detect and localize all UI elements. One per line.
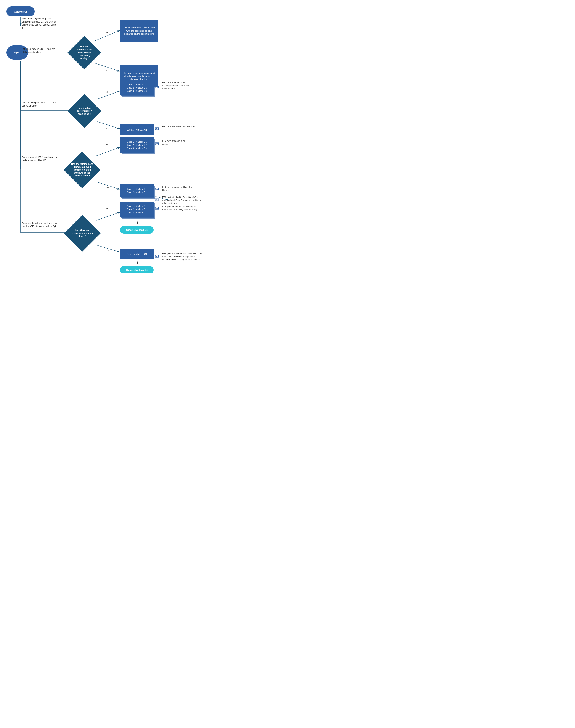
arrows-svg — [4, 4, 212, 268]
customer-shape: Customer — [6, 6, 35, 17]
email-icon-yes2: ✉ — [155, 126, 159, 132]
diamond2: Has timeline customization been done ? — [67, 94, 101, 128]
d1-yes-label: Yes — [106, 70, 109, 73]
email-icon-yes4: ✉ — [155, 254, 159, 259]
d4-yes-label: Yes — [106, 249, 109, 252]
svg-line-16 — [96, 212, 120, 220]
anno-er1-no: ER1 gets attached to all existing and ne… — [162, 81, 193, 90]
d2-no-label: No — [106, 91, 108, 94]
diamond2-label: Has timeline customization been done ? — [72, 99, 96, 123]
d4-no-label: No — [106, 207, 108, 210]
d1-no-label: No — [106, 31, 108, 34]
yes-result2: Case 1 - Mailbox Q1 — [120, 124, 154, 135]
stacked-no3: Case 1 - Mailbox Q1Case 2 - Mailbox Q2Ca… — [120, 139, 154, 157]
anno-ef1-yes: EF1 gets associated with only Case 1 (as… — [162, 252, 203, 261]
email-icon-no2: ✉ — [155, 85, 159, 90]
d3-yes-label: Yes — [106, 186, 109, 189]
anno-forwards: Forwards the original email from case 1 … — [22, 222, 63, 228]
diamond1: Has the administrator enabled the OrgDBO… — [67, 36, 101, 69]
svg-line-8 — [97, 91, 120, 99]
stacked-no2: Case 1 - Mailbox Q1Case 2 - Mailbox Q2Ca… — [120, 82, 154, 99]
email-icon-no4: ✉ — [155, 205, 159, 211]
plus-yes4: + — [134, 260, 141, 266]
diamond4: Has timeline customization been done ? — [64, 215, 101, 252]
anno-initiates: Initiates a new email (E1) from any of t… — [22, 48, 57, 54]
yes-result4: Case 1 - Mailbox Q1 — [120, 249, 154, 259]
diamond3: Has the related case 3 been removed from… — [64, 152, 101, 188]
anno-er1-yes: ER1 gets associated to Case 1 only — [162, 125, 197, 128]
anno-replies: Replies to original email (ER1) from cas… — [22, 101, 57, 107]
anno-ef1-no: EF1 gets attached to all existing and ne… — [162, 205, 198, 211]
d3-no-label: No — [106, 143, 108, 146]
anno-new-email: New email (E1) sent to queue-enabled mai… — [22, 17, 57, 29]
anno-does-reply: Does a reply all (ER2) to original email… — [22, 156, 61, 162]
no-result1: The reply email isn't associated with th… — [120, 20, 158, 41]
email-icon-no3: ✉ — [155, 141, 159, 147]
plus-no4: + — [134, 220, 141, 226]
anno-er2-yes1: ER2 gets attached to Case 1 and Case 2 — [162, 186, 197, 192]
stacked-no4: Case 1 - Mailbox Q1Case 2 - Mailbox Q2Ca… — [120, 203, 154, 221]
teal-no4: Case 4 - Mailbox Q4 — [120, 226, 154, 233]
diamond4-label: Has timeline customization been done ? — [69, 220, 95, 246]
diamond3-label: Has the related case 3 been removed from… — [69, 157, 95, 183]
email-icon-yes3b: ✉ — [155, 197, 159, 202]
email-icon-yes3a: ✉ — [155, 187, 159, 192]
anno-er2-yes2: ER2 isn't attached to Case 3 as Q3 is re… — [162, 196, 205, 205]
d2-yes-label: Yes — [106, 127, 109, 130]
svg-line-12 — [96, 147, 120, 156]
diamond1-label: Has the administrator enabled the OrgDBO… — [72, 41, 96, 64]
anno-er2-no: ER2 gets attached to all cases — [162, 139, 188, 146]
stacked-yes3: Case 1 - Mailbox Q1Case 2 - Mailbox Q2 — [120, 186, 154, 201]
teal-yes4: Case 4 - Mailbox Q4 — [120, 266, 154, 273]
flowchart-diagram: Customer Agent New email (E1) sent to qu… — [4, 4, 212, 268]
